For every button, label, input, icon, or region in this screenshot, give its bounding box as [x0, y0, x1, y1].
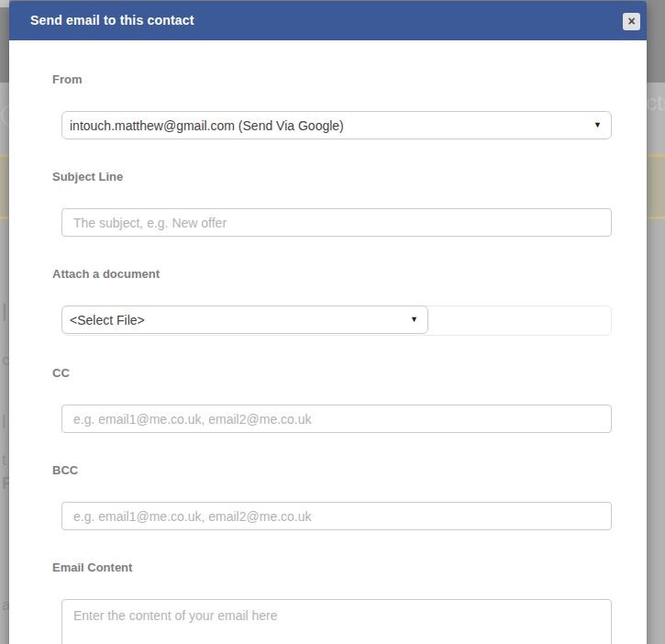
backdrop-letter-fragment: a — [2, 596, 9, 615]
from-select[interactable]: intouch.matthew@gmail.com (Send Via Goog… — [61, 111, 612, 139]
backdrop-letter-fragment: t — [2, 451, 6, 470]
bcc-field-group: BCC — [52, 464, 612, 530]
attach-field-group: Attach a document <Select File> ▼ — [52, 268, 612, 336]
cc-input[interactable] — [61, 405, 612, 433]
bcc-label: BCC — [52, 464, 612, 477]
backdrop-letter-fragment: l — [2, 300, 7, 327]
email-content-label: Email Content — [52, 561, 612, 574]
from-field-group: From intouch.matthew@gmail.com (Send Via… — [52, 73, 612, 139]
attach-file-well: <Select File> ▼ — [61, 305, 612, 336]
modal-title: Send email to this contact — [9, 1, 647, 40]
send-email-modal: Send email to this contact × From intouc… — [9, 1, 647, 644]
modal-header: Send email to this contact × — [9, 1, 647, 40]
cc-field-group: CC — [52, 367, 612, 433]
modal-body: From intouch.matthew@gmail.com (Send Via… — [9, 40, 647, 644]
attach-file-select[interactable]: <Select File> — [61, 305, 428, 334]
subject-label: Subject Line — [52, 171, 612, 183]
subject-field-group: Subject Line — [52, 171, 612, 237]
bcc-input[interactable] — [61, 502, 612, 530]
backdrop-circle-fragment — [1, 105, 9, 127]
content-field-group: Email Content — [52, 561, 612, 644]
backdrop-left-strip: l c l t P a — [0, 0, 9, 644]
attach-label: Attach a document — [52, 268, 612, 281]
close-icon[interactable]: × — [623, 13, 640, 30]
backdrop-letter-fragment: P — [2, 473, 9, 494]
from-label: From — [52, 73, 612, 86]
backdrop-letter-fragment: l — [2, 412, 6, 433]
backdrop-letter-fragment: c — [2, 351, 9, 370]
subject-input[interactable] — [61, 208, 612, 237]
cc-label: CC — [52, 367, 612, 380]
backdrop-text-fragment-right: cts — [646, 90, 665, 116]
email-content-textarea[interactable] — [61, 599, 612, 644]
